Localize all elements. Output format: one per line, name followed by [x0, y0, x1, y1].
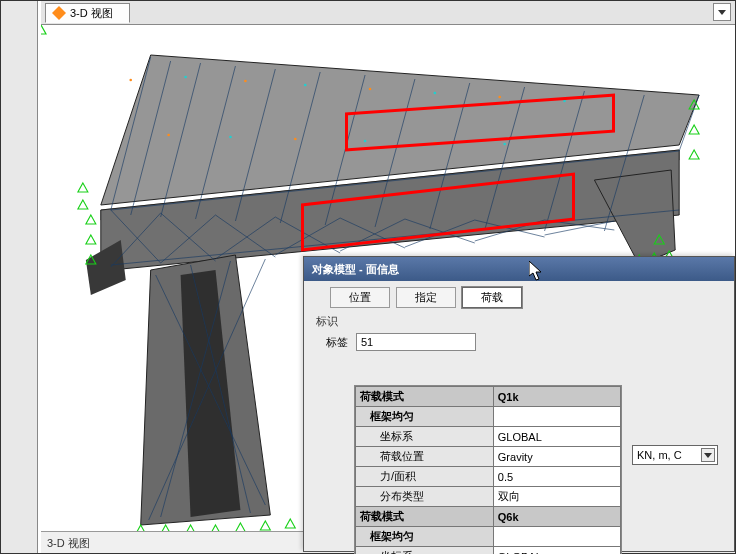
svg-point-46: [369, 88, 372, 91]
grid-key: 分布类型: [356, 487, 494, 507]
svg-point-52: [294, 138, 297, 141]
svg-point-43: [184, 76, 187, 79]
dialog-title-text: 对象模型 - 面信息: [312, 262, 399, 277]
chevron-down-icon: [701, 448, 715, 462]
svg-point-45: [304, 84, 307, 87]
load-grid[interactable]: 荷载模式Q1k框架均匀坐标系GLOBAL荷载位置Gravity力/面积0.5分布…: [354, 385, 622, 554]
dialog-title[interactable]: 对象模型 - 面信息: [304, 257, 734, 281]
tab-load[interactable]: 荷载: [462, 287, 522, 308]
svg-point-51: [229, 136, 232, 139]
svg-point-48: [498, 96, 501, 99]
table-row[interactable]: 框架均匀: [356, 527, 621, 547]
viewport-tab-icon: [52, 6, 66, 20]
grid-key: 框架均匀: [356, 407, 494, 427]
table-row[interactable]: 荷载模式Q6k: [356, 507, 621, 527]
label-field-caption: 标签: [326, 335, 348, 350]
dialog-body: 位置 指定 荷载 标识 标签 荷载模式Q1k框架均匀坐标系GLOBAL荷载位置G…: [310, 285, 728, 551]
grid-key: 坐标系: [356, 427, 494, 447]
unit-select[interactable]: KN, m, C: [632, 445, 718, 465]
object-model-dialog[interactable]: 对象模型 - 面信息 位置 指定 荷载 标识 标签 荷载模式Q1k框架均匀坐标系…: [303, 256, 735, 552]
svg-point-50: [167, 134, 170, 137]
grid-key: 荷载模式: [356, 507, 494, 527]
grid-value[interactable]: Gravity: [493, 447, 620, 467]
viewport-tab[interactable]: 3-D 视图: [45, 3, 130, 23]
ident-section-label: 标识: [316, 314, 728, 329]
grid-value[interactable]: 0.5: [493, 467, 620, 487]
table-row[interactable]: 荷载模式Q1k: [356, 387, 621, 407]
grid-value[interactable]: GLOBAL: [493, 547, 620, 555]
grid-key: 荷载位置: [356, 447, 494, 467]
grid-value[interactable]: 双向: [493, 487, 620, 507]
table-row[interactable]: 荷载位置Gravity: [356, 447, 621, 467]
tab-position[interactable]: 位置: [330, 287, 390, 308]
grid-value[interactable]: Q6k: [493, 507, 620, 527]
viewport-tabbar: 3-D 视图: [41, 1, 735, 25]
grid-key: 荷载模式: [356, 387, 494, 407]
table-row[interactable]: 框架均匀: [356, 407, 621, 427]
grid-value[interactable]: Q1k: [493, 387, 620, 407]
grid-value[interactable]: GLOBAL: [493, 427, 620, 447]
grid-key: 力/面积: [356, 467, 494, 487]
grid-key: 坐标系: [356, 547, 494, 555]
table-row[interactable]: 坐标系GLOBAL: [356, 547, 621, 555]
viewport-tab-label: 3-D 视图: [70, 6, 113, 21]
grid-value[interactable]: [493, 527, 620, 547]
label-field-row: 标签: [326, 333, 728, 351]
svg-point-47: [434, 92, 437, 95]
app-window: 3-D 视图: [0, 0, 736, 554]
left-gutter: [1, 1, 41, 553]
grid-value[interactable]: [493, 407, 620, 427]
tab-assign[interactable]: 指定: [396, 287, 456, 308]
status-text: 3-D 视图: [47, 537, 90, 549]
table-row[interactable]: 分布类型双向: [356, 487, 621, 507]
svg-point-42: [129, 79, 132, 82]
table-row[interactable]: 坐标系GLOBAL: [356, 427, 621, 447]
svg-point-44: [244, 80, 247, 83]
svg-point-55: [503, 143, 506, 146]
table-row[interactable]: 力/面积0.5: [356, 467, 621, 487]
tab-dropdown-button[interactable]: [713, 3, 731, 21]
load-grid-table: 荷载模式Q1k框架均匀坐标系GLOBAL荷载位置Gravity力/面积0.5分布…: [355, 386, 621, 554]
dialog-tabs: 位置 指定 荷载: [330, 287, 728, 308]
grid-key: 框架均匀: [356, 527, 494, 547]
unit-select-value: KN, m, C: [637, 449, 682, 461]
label-input[interactable]: [356, 333, 476, 351]
